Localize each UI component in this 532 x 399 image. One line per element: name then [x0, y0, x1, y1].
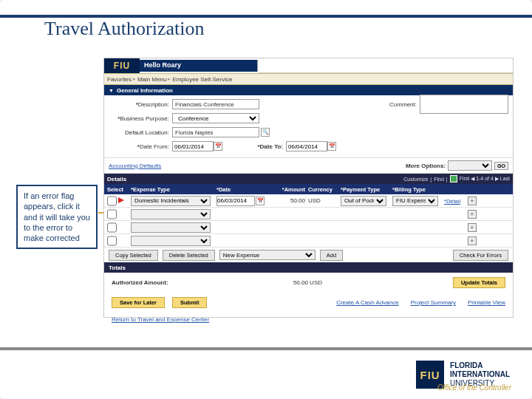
printable-view-link[interactable]: Printable View: [468, 299, 505, 306]
save-for-later-button[interactable]: Save for Later: [112, 297, 165, 308]
table-row: Domestic Incidentals 📅 50.00 USD Out of …: [104, 194, 513, 208]
new-expense-select[interactable]: New Expense: [219, 250, 316, 260]
details-label: Details: [107, 176, 126, 183]
project-summary-link[interactable]: Project Summary: [411, 299, 456, 306]
expense-type-select[interactable]: [131, 222, 211, 233]
collapse-icon[interactable]: ▼: [109, 88, 114, 93]
update-totals-button[interactable]: Update Totals: [453, 277, 505, 288]
comment-textarea[interactable]: [420, 95, 508, 114]
breadcrumb: Favorites▸ Main Menu▸ Employee Self-Serv…: [104, 73, 513, 85]
lookup-icon[interactable]: 🔍: [261, 128, 270, 137]
grid-header: Select *Expense Type *Date *Amount Curre…: [104, 184, 513, 194]
add-button[interactable]: Add: [320, 250, 343, 261]
authorized-amount-label: Authorized Amount:: [112, 279, 197, 286]
grid-icon[interactable]: [450, 175, 457, 183]
expense-date-input[interactable]: [216, 196, 255, 206]
greeting-banner: Hello Roary: [140, 60, 258, 72]
authorized-amount-value: 50.00 USD: [197, 279, 322, 286]
row-select[interactable]: [107, 222, 117, 233]
date-from-input[interactable]: [172, 141, 214, 151]
totals-header: Totals: [104, 262, 513, 273]
footer-subtitle: Office of the Controller: [437, 383, 511, 392]
pager[interactable]: First ◀ 1-4 of 4 ▶ Last: [460, 176, 510, 182]
section-general-info: ▼ General Information: [104, 85, 513, 95]
submit-button[interactable]: Submit: [172, 297, 207, 308]
more-options-select[interactable]: [448, 160, 492, 171]
slide-title: Travel Authorization: [44, 18, 204, 40]
calendar-icon[interactable]: 📅: [256, 197, 265, 205]
currency-cell: USD: [308, 197, 341, 204]
purpose-select[interactable]: Conference: [172, 113, 259, 123]
find-link[interactable]: Find: [434, 177, 444, 182]
table-row: +: [104, 221, 513, 234]
amount-cell: 50.00: [271, 197, 308, 204]
location-input[interactable]: Florida Naples: [172, 127, 259, 137]
application-frame: FIU Hello Roary Favorites▸ Main Menu▸ Em…: [103, 58, 514, 318]
expense-type-select[interactable]: [131, 209, 211, 219]
row-select[interactable]: [107, 209, 117, 219]
table-row: +: [104, 234, 513, 248]
add-row-button[interactable]: +: [468, 210, 477, 219]
purpose-label: Business Purpose:: [109, 115, 172, 122]
check-errors-button[interactable]: Check For Errors: [453, 250, 508, 261]
date-from-label: Date From:: [109, 143, 172, 150]
row-select[interactable]: [107, 196, 117, 206]
add-row-button[interactable]: +: [468, 223, 477, 232]
date-to-input[interactable]: [286, 141, 327, 151]
instruction-callout: If an error flag appears, click it and i…: [16, 185, 98, 249]
expense-type-select[interactable]: [131, 236, 211, 246]
expense-type-select[interactable]: Domestic Incidentals: [131, 196, 211, 206]
detail-link[interactable]: *Detail: [444, 198, 460, 205]
copy-selected-button[interactable]: Copy Selected: [109, 250, 158, 261]
date-to-label: Date To:: [222, 143, 286, 150]
calendar-icon[interactable]: 📅: [214, 142, 222, 151]
location-label: Default Location:: [109, 129, 172, 136]
fiu-logo: FIU: [104, 58, 140, 73]
description-input[interactable]: Financials Conference: [172, 99, 259, 109]
table-row: +: [104, 208, 513, 221]
add-row-button[interactable]: +: [468, 197, 477, 205]
nav-main-menu[interactable]: Main Menu: [137, 76, 167, 83]
nav-favorites[interactable]: Favorites: [107, 76, 132, 83]
row-select[interactable]: [107, 236, 117, 246]
comment-label: Comment:: [380, 101, 420, 108]
more-options-label: More Options:: [406, 163, 446, 169]
calendar-icon[interactable]: 📅: [327, 142, 336, 151]
billing-type-select[interactable]: FIU Expense: [392, 196, 438, 206]
description-label: Description:: [109, 101, 172, 108]
accounting-defaults-link[interactable]: Accounting Defaults: [109, 163, 161, 169]
go-button[interactable]: GO: [494, 162, 508, 170]
add-row-button[interactable]: +: [468, 236, 477, 245]
delete-selected-button[interactable]: Delete Selected: [163, 250, 215, 261]
return-link[interactable]: Return to Travel and Expense Center: [112, 316, 209, 323]
payment-type-select[interactable]: Out of Pocket: [341, 196, 386, 206]
nav-employee-self-service[interactable]: Employee Self-Service: [172, 76, 232, 83]
create-cash-advance-link[interactable]: Create A Cash Advance: [336, 299, 399, 306]
error-flag-icon[interactable]: [118, 197, 126, 205]
customize-link[interactable]: Customize: [403, 177, 428, 182]
